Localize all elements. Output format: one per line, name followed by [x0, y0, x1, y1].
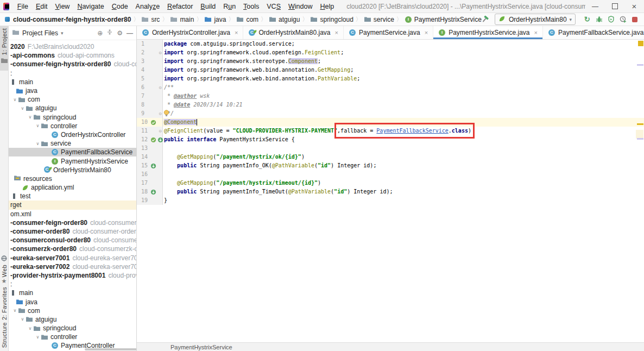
- collapse-all-icon[interactable]: [106, 29, 113, 37]
- tree-row-service[interactable]: ∨service: [9, 139, 136, 148]
- tool-button-favorites[interactable]: ★ 2: Favorites: [0, 277, 8, 320]
- breadcrumb-item-main[interactable]: main: [170, 16, 194, 23]
- tree-row--consumer-order80[interactable]: -consumer-order80cloud-consumer-order80: [9, 227, 136, 236]
- menu-file[interactable]: File: [14, 3, 32, 10]
- tree-row--consumer-feign-order80[interactable]: -consumer-feign-order80cloud-consumer-fe…: [9, 218, 136, 227]
- menu-build[interactable]: Build: [197, 3, 219, 10]
- breadcrumb-item-paymenthystrixservice[interactable]: IPaymentHystrixService: [405, 16, 482, 23]
- tree-row--eureka-server7002[interactable]: -eureka-server7002cloud-eureka-server700…: [9, 262, 136, 271]
- tree-row-com[interactable]: ∨com: [9, 306, 136, 315]
- menu-window[interactable]: Window: [285, 3, 316, 10]
- tree-row-paymenthystrixservice[interactable]: IPaymentHystrixService: [9, 156, 136, 165]
- breadcrumb-item-cloud-consumer-feign-hystrix-order80[interactable]: cloud-consumer-feign-hystrix-order80: [3, 16, 131, 23]
- tree-horizontal-scrollbar[interactable]: [85, 348, 137, 350]
- code-line-15[interactable]: 15 public String paymentInfo_OK(@PathVar…: [137, 161, 644, 170]
- code-line-17[interactable]: 17 @GetMapping("/payment/hystrix/timeout…: [137, 179, 644, 187]
- tree-row--[interactable]: :: [9, 69, 136, 78]
- tool-button-project[interactable]: 1: Project: [0, 26, 8, 71]
- code-line-1[interactable]: 1package com.atguigu.springcloud.service…: [137, 40, 644, 48]
- chevron-down-icon[interactable]: ▾: [61, 30, 64, 36]
- tree-row-orderhystrixcontroller[interactable]: COrderHystrixController: [9, 130, 136, 139]
- build-button[interactable]: [482, 14, 489, 25]
- close-tab-icon[interactable]: ×: [534, 29, 538, 36]
- chevron-down-icon[interactable]: ∨: [12, 97, 18, 102]
- tool-button-structure[interactable]: Structure: [0, 322, 8, 348]
- close-tab-icon[interactable]: ×: [425, 29, 428, 36]
- code-line-10[interactable]: 10@Component: [137, 118, 644, 127]
- menu-code[interactable]: Code: [108, 3, 132, 10]
- tree-row-application-yml[interactable]: application.yml: [9, 183, 136, 192]
- menu-tools[interactable]: Tools: [239, 3, 263, 10]
- code-line-6[interactable]: 6⊖/**: [137, 83, 644, 92]
- locate-icon[interactable]: ⊕: [97, 29, 103, 37]
- chevron-down-icon[interactable]: ∨: [20, 106, 26, 111]
- coverage-icon[interactable]: [605, 14, 617, 25]
- tree-row-paymentfallbackservice[interactable]: CPaymentFallbackService: [9, 148, 136, 156]
- tree-row-test[interactable]: test: [9, 192, 136, 200]
- implemented-icon[interactable]: [150, 162, 156, 169]
- code-line-9[interactable]: 9⊖ */: [137, 109, 644, 118]
- tree-row-com[interactable]: ∨com: [9, 95, 136, 104]
- code-line-19[interactable]: 19}: [137, 196, 644, 205]
- tree-row--eureka-server7001[interactable]: -eureka-server7001cloud-eureka-server700…: [9, 254, 136, 262]
- tree-row--api-commons[interactable]: -api-commonscloud-api-commons: [9, 51, 136, 60]
- tree-row--[interactable]: :: [9, 280, 136, 289]
- tree-row-orderhystrixmain80[interactable]: COrderHystrixMain80: [9, 166, 136, 174]
- code-line-5[interactable]: 5import org.springframework.web.bind.ann…: [137, 74, 644, 83]
- rerun-icon[interactable]: ↻: [581, 14, 593, 25]
- code-line-14[interactable]: 14 @GetMapping("/payment/hystrix/ok/{id}…: [137, 153, 644, 161]
- tree-row-java[interactable]: java: [9, 297, 136, 306]
- editor-scrollbar[interactable]: [636, 40, 644, 342]
- tree-row-om-xml[interactable]: om.xml: [9, 210, 136, 218]
- chevron-down-icon[interactable]: ∨: [35, 123, 41, 128]
- chevron-down-icon[interactable]: ∨: [12, 308, 18, 313]
- close-tab-icon[interactable]: ×: [335, 29, 338, 36]
- tree-row-resources[interactable]: resources: [9, 174, 136, 183]
- spring-bean-icon[interactable]: [150, 119, 156, 126]
- fold-marker[interactable]: ⊖: [159, 83, 162, 92]
- chevron-down-icon[interactable]: ∨: [35, 335, 41, 340]
- breadcrumb-item-com[interactable]: com: [236, 16, 258, 23]
- menu-edit[interactable]: Edit: [32, 3, 52, 10]
- chevron-down-icon[interactable]: ∨: [20, 317, 26, 322]
- close-tab-icon[interactable]: ×: [235, 29, 238, 36]
- intention-bulb-icon[interactable]: [163, 110, 169, 120]
- tree-row-main[interactable]: main: [9, 78, 136, 86]
- implemented-icon[interactable]: [150, 189, 156, 195]
- breadcrumb-item-src[interactable]: src: [141, 16, 160, 23]
- tree-row-controller[interactable]: ∨controller: [9, 122, 136, 130]
- tab-orderhystrixmain80-java[interactable]: COrderHystrixMain80.java×: [243, 26, 343, 39]
- project-view-select[interactable]: Project Files: [22, 29, 58, 37]
- menu-help[interactable]: Help: [316, 3, 338, 10]
- settings-icon[interactable]: ⚙: [117, 29, 123, 37]
- chevron-down-icon[interactable]: ∨: [35, 141, 41, 146]
- code-line-13[interactable]: 13: [137, 144, 644, 153]
- code-line-2[interactable]: 2⊖import org.springframework.cloud.openf…: [137, 48, 644, 57]
- code-line-3[interactable]: 3import org.springframework.stereotype.C…: [137, 57, 644, 66]
- code-line-18[interactable]: 18 public String paymentInfo_TimeOut(@Pa…: [137, 187, 644, 196]
- breadcrumb-item-service[interactable]: service: [364, 16, 394, 23]
- code-line-12[interactable]: 12public interface PaymentHystrixService…: [137, 135, 644, 144]
- menu-vcs[interactable]: VCS: [263, 3, 285, 10]
- tree-row--consumerconsul-order80[interactable]: -consumerconsul-order80cloud-consumercon: [9, 236, 136, 245]
- tree-row-atguigu[interactable]: ∨atguigu: [9, 104, 136, 112]
- spring-bean-icon[interactable]: [150, 136, 156, 143]
- tree-row--provider-hystrix-payment8001[interactable]: -provider-hystrix-payment8001cloud-provi…: [9, 271, 136, 280]
- hide-icon[interactable]: —: [127, 29, 133, 37]
- editor-breadcrumb-item[interactable]: PaymentHystrixService: [171, 344, 232, 350]
- menu-refactor[interactable]: Refactor: [163, 3, 197, 10]
- code-line-11[interactable]: 11⊖@FeignClient(value = "CLOUD-PROVIDER-…: [137, 127, 644, 135]
- breadcrumb-item-atguigu[interactable]: atguigu: [269, 16, 300, 23]
- maximize-icon[interactable]: [605, 0, 624, 13]
- tree-row-2020[interactable]: 2020F:\JetBrains\cloud2020: [9, 42, 136, 51]
- menu-navigate[interactable]: Navigate: [73, 3, 108, 10]
- profiler-icon[interactable]: [617, 14, 629, 25]
- breadcrumb-item-springcloud[interactable]: springcloud: [310, 16, 353, 23]
- stop-icon[interactable]: [629, 14, 641, 25]
- code-line-16[interactable]: 16: [137, 170, 644, 179]
- fold-marker[interactable]: ⊖: [159, 109, 162, 118]
- menu-analyze[interactable]: Analyze: [132, 3, 163, 10]
- tree-row-atguigu[interactable]: ∨atguigu: [9, 315, 136, 324]
- tree-row-springcloud[interactable]: ∨springcloud: [9, 324, 136, 333]
- tree-row-java[interactable]: java: [9, 86, 136, 95]
